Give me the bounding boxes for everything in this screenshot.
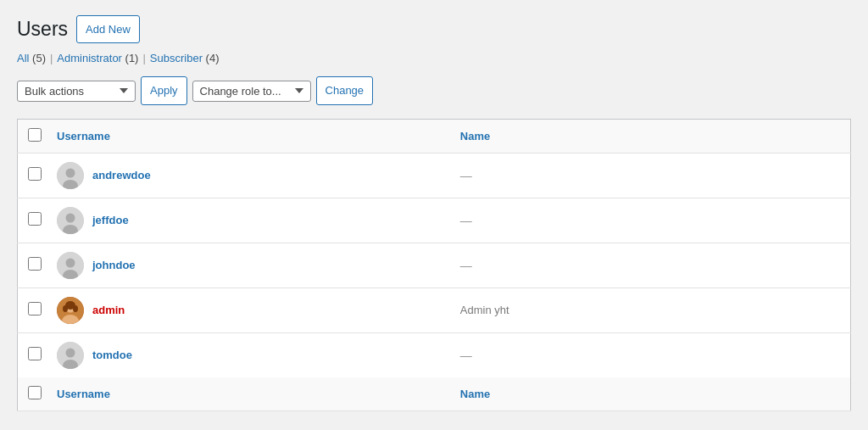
name-value: — xyxy=(460,169,472,182)
username-link[interactable]: jeffdoe xyxy=(92,214,129,226)
row-checkbox[interactable] xyxy=(28,302,42,316)
col-name-header: Name xyxy=(450,119,851,153)
avatar xyxy=(57,297,84,324)
row-name-cell: — xyxy=(450,198,851,243)
avatar xyxy=(57,342,84,369)
row-checkbox-cell xyxy=(18,332,47,377)
svg-point-16 xyxy=(66,348,75,357)
filter-admin-link[interactable]: Administrator xyxy=(57,52,122,64)
username-footer-label: Username xyxy=(57,388,110,400)
row-username-cell: johndoe xyxy=(47,243,450,288)
name-footer-label: Name xyxy=(460,388,490,400)
table-row: jeffdoe— xyxy=(18,198,851,243)
username-header-label: Username xyxy=(57,130,110,142)
avatar xyxy=(57,162,84,189)
row-name-cell: — xyxy=(450,243,851,288)
check-all-footer xyxy=(18,377,47,411)
row-username-cell: andrewdoe xyxy=(47,153,450,198)
users-table: Username Name andrewdoe— jeffdoe— johndo… xyxy=(17,119,851,411)
row-checkbox-cell xyxy=(18,198,47,243)
filter-subscriber: Subscriber (4) xyxy=(150,52,220,64)
filter-all-link[interactable]: All xyxy=(17,52,29,64)
change-button[interactable]: Change xyxy=(316,76,374,104)
svg-point-7 xyxy=(66,258,75,267)
row-checkbox[interactable] xyxy=(28,347,42,360)
name-value: — xyxy=(460,349,472,362)
row-checkbox-cell xyxy=(18,153,47,198)
row-name-cell: Admin yht xyxy=(450,288,851,332)
table-header-row: Username Name xyxy=(18,119,851,153)
filter-nav: All (5) | Administrator (1) | Subscriber… xyxy=(17,52,851,64)
page-header: Users Add New xyxy=(17,15,851,43)
col-name-footer: Name xyxy=(450,377,851,411)
change-role-select[interactable]: Change role to... Administrator Editor A… xyxy=(192,81,311,102)
row-name-cell: — xyxy=(450,332,851,377)
username-link[interactable]: tomdoe xyxy=(92,349,132,361)
add-new-button[interactable]: Add New xyxy=(76,15,140,43)
apply-button[interactable]: Apply xyxy=(141,76,187,104)
filter-all: All (5) xyxy=(17,52,46,64)
username-link[interactable]: johndoe xyxy=(92,259,136,271)
svg-point-1 xyxy=(66,168,75,177)
svg-point-14 xyxy=(73,305,78,312)
check-all-header xyxy=(18,119,47,153)
row-checkbox[interactable] xyxy=(28,167,42,181)
row-checkbox[interactable] xyxy=(28,212,42,226)
table-row: adminAdmin yht xyxy=(18,288,851,332)
filter-sep-2: | xyxy=(142,52,145,64)
table-row: andrewdoe— xyxy=(18,153,851,198)
filter-all-count: (5) xyxy=(32,52,46,64)
row-username-cell: jeffdoe xyxy=(47,198,450,243)
svg-point-4 xyxy=(66,213,75,222)
svg-point-13 xyxy=(63,305,68,312)
filter-admin-count: (1) xyxy=(125,52,139,64)
col-username-header[interactable]: Username xyxy=(47,119,450,153)
row-username-cell: tomdoe xyxy=(47,332,450,377)
row-checkbox-cell xyxy=(18,243,47,288)
page-title: Users xyxy=(17,18,68,41)
filter-subscriber-link[interactable]: Subscriber xyxy=(150,52,203,64)
bulk-actions-select[interactable]: Bulk actions Delete xyxy=(17,81,136,102)
table-footer-row: Username Name xyxy=(18,377,851,411)
check-all-footer-checkbox[interactable] xyxy=(28,386,42,399)
tablenav: Bulk actions Delete Apply Change role to… xyxy=(17,73,851,108)
filter-sep-1: | xyxy=(50,52,53,64)
filter-subscriber-count: (4) xyxy=(206,52,220,64)
table-row: tomdoe— xyxy=(18,332,851,377)
table-row: johndoe— xyxy=(18,243,851,288)
col-username-footer: Username xyxy=(47,377,450,411)
username-link[interactable]: admin xyxy=(92,304,125,316)
avatar xyxy=(57,207,84,234)
name-value: Admin yht xyxy=(460,304,509,316)
row-name-cell: — xyxy=(450,153,851,198)
filter-admin: Administrator (1) xyxy=(57,52,138,64)
check-all-checkbox[interactable] xyxy=(28,128,42,142)
row-username-cell: admin xyxy=(47,288,450,332)
name-value: — xyxy=(460,214,472,227)
name-value: — xyxy=(460,259,472,272)
name-header-label: Name xyxy=(460,130,490,142)
row-checkbox-cell xyxy=(18,288,47,332)
avatar xyxy=(57,252,84,279)
username-link[interactable]: andrewdoe xyxy=(92,169,151,181)
row-checkbox[interactable] xyxy=(28,257,42,271)
user-rows: andrewdoe— jeffdoe— johndoe— adminAdmin … xyxy=(18,153,851,377)
